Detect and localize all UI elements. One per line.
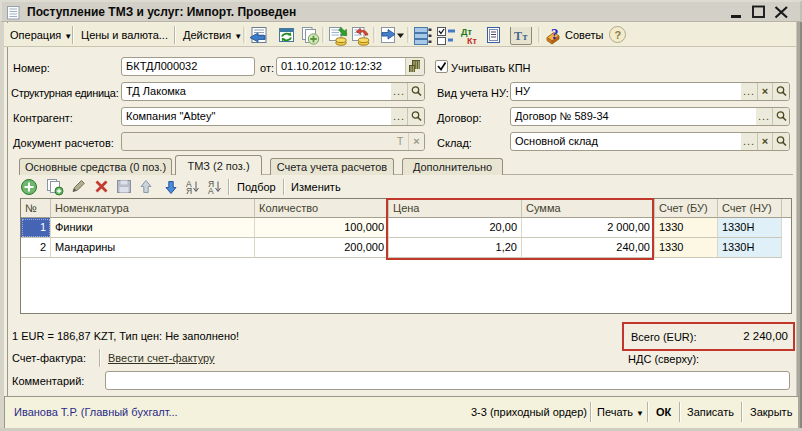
svg-text:?: ? [551, 27, 559, 42]
svg-text:Т: Т [514, 29, 522, 43]
svg-text:А: А [208, 186, 214, 196]
svg-text:Кт: Кт [467, 36, 477, 46]
svg-text:Я: Я [186, 186, 192, 196]
svg-text:т: т [523, 31, 528, 42]
svg-text:?: ? [615, 29, 622, 41]
